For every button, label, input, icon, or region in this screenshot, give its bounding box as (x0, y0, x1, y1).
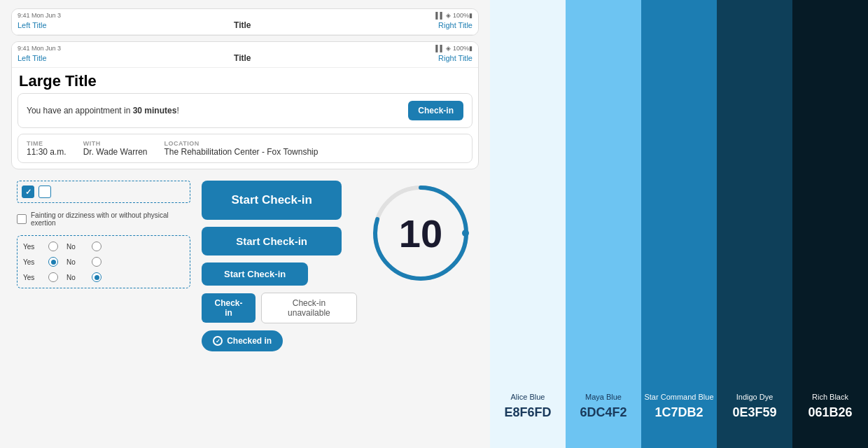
color-swatch-4: Rich Black061B26 (792, 0, 868, 448)
checkbox-with-label-row: Fainting or dizziness with or without ph… (17, 211, 190, 227)
radio-no-1: No (66, 243, 83, 251)
status-icons-2: ▌▌ ◈ 100%▮ (435, 45, 472, 52)
checkbox-group: ✓ (17, 181, 190, 203)
right-nav-link-2[interactable]: Right Title (438, 54, 472, 62)
appointment-details: TIME 11:30 a.m. WITH Dr. Wade Warren LOC… (18, 134, 472, 163)
checked-in-label: Checked in (227, 336, 272, 346)
appointment-banner: You have an appointment in 30 minutes! C… (18, 93, 472, 128)
checkbox-empty[interactable] (38, 186, 51, 198)
status-icons-1: ▌▌ ◈ 100%▮ (435, 12, 472, 19)
radio-yes-circle-2[interactable] (48, 257, 58, 267)
nav-center-title-2: Title (47, 53, 439, 63)
check-circle-icon: ✓ (213, 336, 223, 346)
swatch-name-3: Indigo Dye (736, 393, 774, 401)
swatch-name-0: Alice Blue (511, 393, 545, 401)
status-time-2: 9:41 Mon Jun 3 (18, 45, 61, 52)
radio-yes-circle-1[interactable] (48, 241, 58, 251)
radio-yes-1: Yes (23, 243, 40, 251)
ios-mock-card-1: 9:41 Mon Jun 3 ▌▌ ◈ 100%▮ Left Title Tit… (11, 8, 479, 36)
ios-header-2: 9:41 Mon Jun 3 ▌▌ ◈ 100%▮ Left Title Tit… (12, 42, 478, 68)
color-swatch-3: Indigo Dye0E3F59 (717, 0, 792, 448)
status-time-1: 9:41 Mon Jun 3 (18, 12, 61, 19)
detail-location: LOCATION The Rehabilitation Center - Fox… (164, 140, 318, 157)
checked-in-button[interactable]: ✓ Checked in (202, 330, 283, 351)
large-title: Large Title (12, 68, 478, 93)
swatch-hex-2: 1C7DB2 (654, 405, 703, 420)
svg-point-2 (462, 230, 469, 237)
checkbox-plain[interactable] (17, 214, 27, 224)
appointment-text-before: You have an appointment in (27, 106, 133, 115)
radio-yes-2: Yes (23, 258, 40, 266)
checkin-solid-button[interactable]: Check-in (202, 293, 255, 323)
color-swatches-panel: Alice BlueE8F6FDMaya Blue6DC4F2Star Comm… (490, 0, 868, 448)
checked-in-button-container: ✓ Checked in (202, 330, 357, 351)
checkin-unavailable-button[interactable]: Check-in unavailable (261, 293, 357, 323)
radio-row-3: Yes No (23, 272, 184, 282)
start-checkin-button-large[interactable]: Start Check-in (202, 181, 342, 220)
appointment-checkin-button[interactable]: Check-in (408, 101, 463, 120)
radio-yes-circle-3[interactable] (48, 272, 58, 282)
checkbox-label-text: Fainting or dizziness with or without ph… (31, 211, 190, 227)
lower-section: ✓ Fainting or dizziness with or without … (11, 175, 479, 351)
radio-no-2: No (66, 258, 83, 266)
swatch-hex-4: 061B26 (808, 405, 852, 420)
radio-no-3: No (66, 274, 83, 281)
swatch-name-2: Star Command Blue (644, 393, 713, 401)
nav-center-title-1: Title (47, 20, 439, 30)
radio-no-circle-2[interactable] (92, 257, 102, 267)
timer-container: 10 (368, 181, 473, 286)
swatch-name-4: Rich Black (812, 393, 848, 401)
start-checkin-button-medium[interactable]: Start Check-in (202, 227, 342, 255)
radio-yes-3: Yes (23, 274, 40, 281)
start-checkin-button-small[interactable]: Start Check-in (202, 262, 308, 286)
detail-with: WITH Dr. Wade Warren (83, 140, 148, 157)
swatch-name-1: Maya Blue (585, 393, 622, 401)
checkbox-checked[interactable]: ✓ (22, 186, 34, 198)
left-controls-col: ✓ Fainting or dizziness with or without … (17, 181, 190, 288)
location-label: LOCATION (164, 140, 318, 147)
appointment-text: You have an appointment in 30 minutes! (27, 106, 179, 115)
checkin-button-row: Check-in Check-in unavailable (202, 293, 357, 323)
time-value: 11:30 a.m. (27, 147, 66, 157)
right-nav-link-1[interactable]: Right Title (438, 21, 472, 29)
swatch-hex-3: 0E3F59 (732, 405, 776, 420)
detail-time: TIME 11:30 a.m. (27, 140, 66, 157)
left-nav-link-1[interactable]: Left Title (18, 21, 47, 29)
appointment-text-after: ! (176, 106, 178, 115)
ios-mock-card-2: 9:41 Mon Jun 3 ▌▌ ◈ 100%▮ Left Title Tit… (11, 41, 479, 169)
with-label: WITH (83, 140, 148, 147)
left-panel: 9:41 Mon Jun 3 ▌▌ ◈ 100%▮ Left Title Tit… (0, 0, 490, 448)
swatch-hex-0: E8F6FD (504, 405, 551, 420)
color-swatch-0: Alice BlueE8F6FD (490, 0, 566, 448)
appointment-highlight: 30 minutes (133, 106, 177, 115)
ios-header-1: 9:41 Mon Jun 3 ▌▌ ◈ 100%▮ Left Title Tit… (12, 9, 478, 35)
color-swatch-2: Star Command Blue1C7DB2 (641, 0, 717, 448)
radio-group: Yes No Yes No Yes No (17, 235, 190, 288)
left-nav-link-2[interactable]: Left Title (18, 54, 47, 62)
timer-number: 10 (399, 211, 442, 256)
radio-row-2: Yes No (23, 257, 184, 267)
radio-no-circle-1[interactable] (92, 241, 102, 251)
middle-buttons-col: Start Check-in Start Check-in Start Chec… (202, 181, 357, 351)
timer-col: 10 (368, 181, 473, 286)
with-value: Dr. Wade Warren (83, 147, 148, 157)
swatch-hex-1: 6DC4F2 (580, 405, 626, 420)
location-value: The Rehabilitation Center - Fox Township (164, 147, 318, 157)
color-swatch-1: Maya Blue6DC4F2 (566, 0, 641, 448)
time-label: TIME (27, 140, 66, 147)
radio-row-1: Yes No (23, 241, 184, 251)
radio-no-circle-3[interactable] (92, 272, 102, 282)
